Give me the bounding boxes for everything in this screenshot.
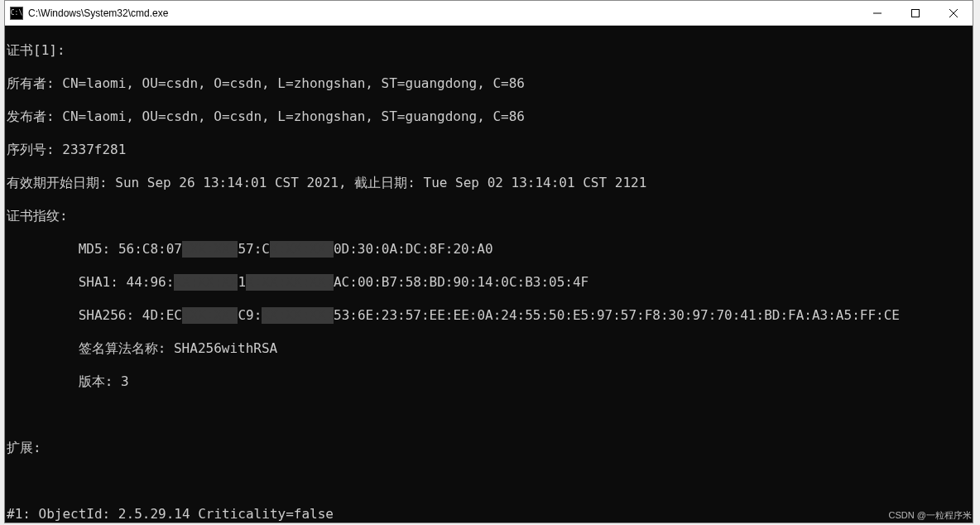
cert-issuer: 发布者: CN=laomi, OU=csdn, O=csdn, L=zhongs… xyxy=(7,108,973,125)
cert-serial: 序列号: 2337f281 xyxy=(7,142,973,158)
cert-sha256: SHA256: 4D:EC:XX:XX:C9:XX:XX:XX:53:6E:23… xyxy=(7,307,973,324)
cert-ext1-header: #1: ObjectId: 2.5.29.14 Criticality=fals… xyxy=(7,506,973,523)
window-title: C:\Windows\System32\cmd.exe xyxy=(28,7,858,19)
cert-sig-algo: 签名算法名称: SHA256withRSA xyxy=(7,340,973,357)
cert-fingerprints-label: 证书指纹: xyxy=(7,208,973,224)
cmd-icon: C:\ xyxy=(10,7,23,20)
redacted-block: XX:XX:XX xyxy=(174,274,238,291)
cert-version: 版本: 3 xyxy=(7,373,973,390)
maximize-button[interactable] xyxy=(896,1,934,25)
cmd-window: C:\ C:\Windows\System32\cmd.exe 证书[1]: 所… xyxy=(4,0,973,523)
redacted-block: :XX:XX: xyxy=(182,241,238,258)
close-button[interactable] xyxy=(934,1,973,25)
watermark-text: CSDN @一粒程序米 xyxy=(889,509,972,522)
titlebar[interactable]: C:\ C:\Windows\System32\cmd.exe xyxy=(5,1,973,26)
blank-line xyxy=(7,407,973,423)
window-controls xyxy=(858,1,973,25)
cert-validity: 有效期开始日期: Sun Sep 26 13:14:01 CST 2021, 截… xyxy=(7,175,973,191)
cert-extensions-label: 扩展: xyxy=(7,440,973,456)
redacted-block: X:XX:XX:XX: xyxy=(246,274,334,291)
redacted-block: XX:XX:XX: xyxy=(262,307,334,324)
terminal-output[interactable]: 证书[1]: 所有者: CN=laomi, OU=csdn, O=csdn, L… xyxy=(5,26,973,523)
svg-rect-1 xyxy=(912,9,920,17)
cert-md5: MD5: 56:C8:07:XX:XX:57:CX:XX:XX:0D:30:0A… xyxy=(7,241,973,258)
redacted-block: :XX:XX: xyxy=(182,307,238,324)
blank-line xyxy=(7,473,973,489)
redacted-block: X:XX:XX: xyxy=(270,241,334,258)
cert-owner: 所有者: CN=laomi, OU=csdn, O=csdn, L=zhongs… xyxy=(7,75,973,92)
minimize-button[interactable] xyxy=(858,1,896,25)
cert-sha1: SHA1: 44:96:XX:XX:XX1X:XX:XX:XX:AC:00:B7… xyxy=(7,274,973,291)
cert-header: 证书[1]: xyxy=(7,42,973,59)
